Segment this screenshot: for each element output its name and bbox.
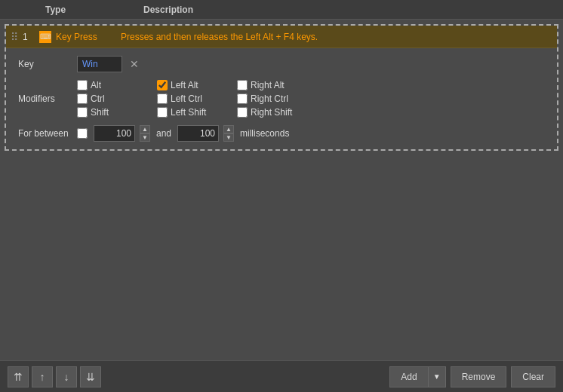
value2-up-button[interactable]: ▲ (223, 125, 234, 133)
modifier-right-alt: Right Alt (237, 80, 305, 90)
move-to-top-button[interactable]: ⇈ (8, 366, 29, 387)
modifiers-label: Modifiers (18, 93, 71, 104)
table-row[interactable]: ⠿ 1 ⌨ Key Press Presses and then release… (6, 26, 557, 48)
key-label: Key (18, 59, 71, 69)
right-shift-label: Right Shift (251, 107, 292, 118)
key-press-icon: ⌨ (39, 31, 51, 43)
value1-up-button[interactable]: ▲ (140, 125, 150, 133)
modifiers-row: Modifiers Alt Left Alt Right Alt (18, 80, 545, 118)
clear-button[interactable]: Clear (511, 366, 555, 387)
modifier-left-shift: Left Shift (157, 107, 225, 118)
left-shift-checkbox[interactable] (157, 107, 168, 118)
type-header: Type (0, 5, 136, 15)
shift-checkbox[interactable] (77, 107, 88, 118)
modifier-shift: Shift (77, 107, 145, 118)
alt-checkbox[interactable] (77, 80, 88, 90)
value2-spinner: ▲ ▼ (223, 125, 234, 142)
move-up-button[interactable]: ↑ (32, 366, 53, 387)
for-between-label: For between (18, 128, 71, 139)
move-down-button[interactable]: ↓ (56, 366, 77, 387)
clear-key-button[interactable]: ✕ (128, 59, 140, 69)
right-ctrl-label: Right Ctrl (251, 93, 288, 104)
key-row: Key ✕ (18, 56, 545, 72)
milliseconds-label: milliseconds (240, 128, 289, 139)
table-header: Type Description (0, 0, 563, 20)
between-value2-input[interactable] (177, 125, 219, 142)
value1-down-button[interactable]: ▼ (140, 133, 150, 142)
left-shift-label: Left Shift (171, 107, 206, 118)
alt-label: Alt (91, 80, 101, 90)
right-alt-checkbox[interactable] (237, 80, 248, 90)
value2-down-button[interactable]: ▼ (223, 133, 234, 142)
shift-label: Shift (91, 107, 109, 118)
action-buttons: Add ▼ Remove Clear (389, 366, 555, 387)
item-description: Presses and then releases the Left Alt +… (121, 32, 552, 42)
modifiers-grid: Alt Left Alt Right Alt Ctrl (77, 80, 305, 118)
drag-handle-icon[interactable]: ⠿ (11, 31, 18, 43)
add-dropdown-button[interactable]: ▼ (429, 366, 446, 387)
details-panel: Key ✕ Modifiers Alt Left Alt (6, 48, 557, 149)
left-ctrl-checkbox[interactable] (157, 93, 168, 104)
modifier-ctrl: Ctrl (77, 93, 145, 104)
for-between-row: For between ▲ ▼ and ▲ ▼ milliseconds (18, 125, 545, 142)
left-alt-label: Left Alt (171, 80, 198, 90)
bottom-toolbar: ⇈ ↑ ↓ ⇊ Add ▼ Remove Clear (0, 360, 563, 392)
left-alt-checkbox[interactable] (157, 80, 168, 90)
right-ctrl-checkbox[interactable] (237, 93, 248, 104)
main-content: ⠿ 1 ⌨ Key Press Presses and then release… (0, 20, 563, 360)
left-ctrl-label: Left Ctrl (171, 93, 202, 104)
nav-buttons: ⇈ ↑ ↓ ⇊ (8, 366, 101, 387)
modifier-left-ctrl: Left Ctrl (157, 93, 225, 104)
value1-spinner: ▲ ▼ (140, 125, 150, 142)
ctrl-label: Ctrl (91, 93, 105, 104)
key-input[interactable] (77, 56, 122, 72)
and-label: and (156, 128, 171, 139)
modifier-alt: Alt (77, 80, 145, 90)
add-button[interactable]: Add (389, 366, 428, 387)
modifier-right-ctrl: Right Ctrl (237, 93, 305, 104)
item-type: Key Press (56, 32, 116, 42)
right-shift-checkbox[interactable] (237, 107, 248, 118)
move-to-bottom-button[interactable]: ⇊ (80, 366, 101, 387)
dashed-container: ⠿ 1 ⌨ Key Press Presses and then release… (5, 24, 558, 151)
item-number: 1 (23, 32, 35, 42)
remove-button[interactable]: Remove (451, 366, 507, 387)
ctrl-checkbox[interactable] (77, 93, 88, 104)
right-alt-label: Right Alt (251, 80, 285, 90)
between-value1-input[interactable] (94, 125, 135, 142)
modifier-left-alt: Left Alt (157, 80, 225, 90)
add-button-group: Add ▼ (389, 366, 445, 387)
for-between-checkbox[interactable] (77, 128, 88, 139)
description-header: Description (136, 5, 563, 15)
modifier-right-shift: Right Shift (237, 107, 305, 118)
